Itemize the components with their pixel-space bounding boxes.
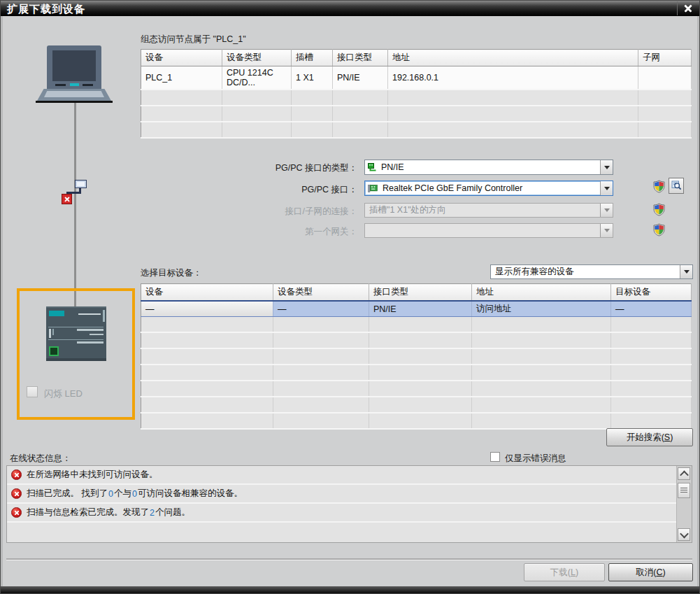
chevron-down-icon[interactable] <box>680 265 692 278</box>
table-cell <box>638 106 692 122</box>
table-cell <box>369 348 472 365</box>
table-cell <box>369 413 472 429</box>
chevron-down-icon <box>600 204 613 217</box>
message-count-value: 2 <box>149 508 155 518</box>
table-row[interactable]: PLC_1CPU 1214C DC/D...1 X1PN/IE192.168.0… <box>141 66 692 90</box>
column-header[interactable]: 插槽 <box>292 50 333 66</box>
selected-table-row[interactable]: ——PN/IE访问地址— <box>141 301 692 317</box>
column-header[interactable]: 设备类型 <box>273 284 369 302</box>
online-status-label: 在线状态信息： <box>10 453 71 465</box>
scroll-up-button[interactable] <box>678 467 690 480</box>
table-cell <box>292 122 333 138</box>
errors-only-label: 仅显示错误消息 <box>505 453 566 465</box>
close-button[interactable] <box>677 1 699 15</box>
pgpc-type-value: PN/IE <box>379 162 600 172</box>
table-cell <box>333 106 388 122</box>
select-target-label: 选择目标设备： <box>141 267 202 279</box>
target-devices-table[interactable]: 设备设备类型接口类型地址目标设备——PN/IE访问地址— <box>141 283 692 430</box>
table-cell: — <box>611 301 692 317</box>
compatible-devices-filter-select[interactable]: 显示所有兼容的设备 <box>490 264 693 279</box>
column-header[interactable]: 接口类型 <box>369 284 472 302</box>
table-cell <box>333 90 388 106</box>
table-cell <box>222 106 292 122</box>
column-header[interactable]: 设备类型 <box>222 50 292 66</box>
table-cell <box>222 90 292 106</box>
message-scrollbar[interactable] <box>676 466 692 542</box>
table-cell <box>273 413 369 429</box>
status-message-list: 在所选网络中未找到可访问设备。扫描已完成。 找到了 0 个与 0 可访问设备相兼… <box>6 465 692 543</box>
window-bottom-frame <box>1 586 699 593</box>
table-cell <box>273 381 369 397</box>
table-cell <box>273 365 369 381</box>
status-message[interactable]: 扫描与信息检索已完成。发现了 2 个问题。 <box>7 504 676 523</box>
scrollbar-thumb[interactable] <box>678 483 690 498</box>
column-header[interactable]: 接口类型 <box>333 50 388 66</box>
table-cell <box>369 381 472 397</box>
first-gateway-label: 第一个网关： <box>200 226 357 238</box>
pgpc-interface-label: PG/PC 接口： <box>200 184 357 196</box>
chevron-down-icon <box>680 529 689 538</box>
error-icon <box>11 507 22 518</box>
table-cell <box>141 381 273 397</box>
magnifier-icon <box>671 181 682 191</box>
table-cell <box>141 122 222 138</box>
column-header[interactable]: 地址 <box>388 50 638 66</box>
configured-nodes-table[interactable]: 设备设备类型插槽接口类型地址子网PLC_1CPU 1214C DC/D...1 … <box>141 49 692 139</box>
chevron-down-icon[interactable] <box>600 160 613 174</box>
uac-shield-icon <box>652 179 666 194</box>
status-message[interactable]: 扫描已完成。 找到了 0 个与 0 可访问设备相兼容的设备。 <box>7 485 676 504</box>
empty-row <box>141 397 692 413</box>
table-cell <box>472 397 611 413</box>
message-text: 扫描与信息检索已完成。发现了 <box>27 507 149 518</box>
table-cell <box>611 381 692 397</box>
chevron-down-icon <box>600 224 613 237</box>
flash-led-label: 闪烁 LED <box>44 388 83 400</box>
table-cell <box>472 365 611 381</box>
chevron-down-icon[interactable] <box>600 181 613 195</box>
empty-row <box>141 413 692 429</box>
empty-row <box>141 348 692 365</box>
table-cell <box>472 413 611 429</box>
extended-download-dialog: 扩展下载到设备 <box>0 0 700 594</box>
start-search-button[interactable]: 开始搜索(S) <box>606 428 693 446</box>
column-header[interactable]: 设备 <box>141 50 222 66</box>
table-cell <box>611 332 692 348</box>
table-cell: — <box>273 301 369 317</box>
scroll-down-button[interactable] <box>678 528 690 541</box>
table-cell: PN/IE <box>369 301 472 317</box>
status-message[interactable]: 在所选网络中未找到可访问设备。 <box>7 466 676 485</box>
empty-row <box>141 332 692 348</box>
table-cell <box>611 317 692 333</box>
column-header[interactable]: 地址 <box>472 284 611 302</box>
dialog-titlebar[interactable]: 扩展下载到设备 <box>1 1 699 16</box>
table-cell: — <box>141 301 273 317</box>
table-cell <box>141 365 273 381</box>
table-cell <box>141 348 273 365</box>
column-header[interactable]: 设备 <box>141 284 273 302</box>
plc-device-image[interactable] <box>46 306 106 361</box>
table-cell: PLC_1 <box>141 66 222 90</box>
pgpc-interface-select[interactable]: Realtek PCIe GbE Family Controller <box>364 181 613 196</box>
errors-only-checkbox[interactable] <box>490 452 500 462</box>
subnet-connection-value: 插槽"1 X1"处的方向 <box>365 204 600 216</box>
pgpc-type-label: PG/PC 接口的类型： <box>200 162 357 174</box>
table-cell <box>273 332 369 348</box>
first-gateway-select <box>364 223 613 238</box>
table-cell <box>222 122 292 138</box>
cancel-button[interactable]: 取消(C) <box>608 563 693 581</box>
message-count-value: 0 <box>108 489 114 499</box>
configured-nodes-label: 组态访问节点属于 "PLC_1" <box>141 34 246 45</box>
column-header[interactable]: 目标设备 <box>611 284 692 302</box>
error-icon <box>11 469 22 480</box>
error-icon <box>11 488 22 499</box>
column-header[interactable]: 子网 <box>638 50 692 66</box>
pgpc-type-select[interactable]: PN/IE <box>364 160 613 175</box>
browse-interface-button[interactable] <box>669 178 684 194</box>
uac-shield-icon <box>652 202 666 217</box>
footer-separator <box>6 558 692 560</box>
table-cell <box>292 90 333 106</box>
network-card-icon <box>368 185 378 192</box>
message-text: 扫描已完成。 找到了 <box>27 488 108 500</box>
empty-row <box>141 122 692 138</box>
table-cell <box>369 317 472 333</box>
